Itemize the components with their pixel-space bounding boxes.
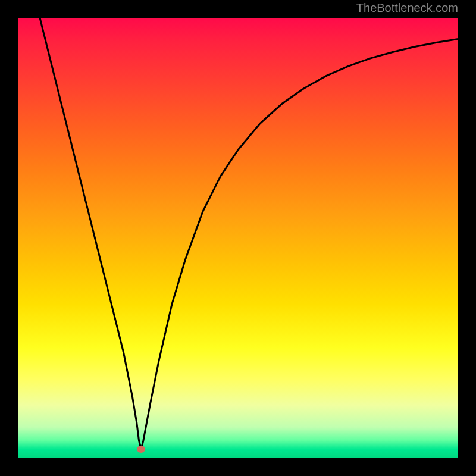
curve-svg [18, 18, 458, 458]
watermark-text: TheBottleneck.com [356, 1, 458, 15]
plot-area [18, 18, 458, 458]
chart-container: TheBottleneck.com [0, 0, 476, 476]
bottleneck-curve [40, 18, 458, 449]
optimal-point-marker [137, 446, 145, 453]
